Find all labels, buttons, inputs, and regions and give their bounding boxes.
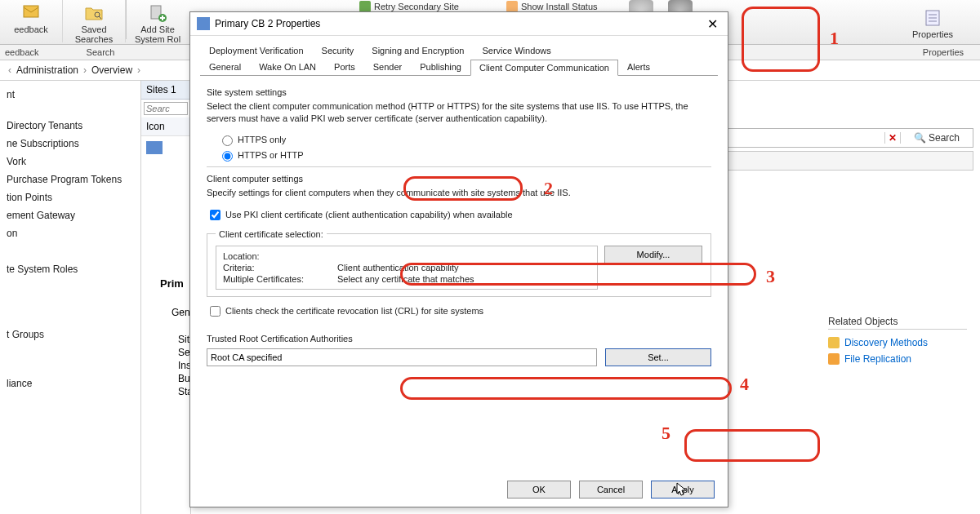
tab-alerts[interactable]: Alerts xyxy=(618,59,659,75)
properties-dialog: Primary CB 2 Properties ✕ Deployment Ver… xyxy=(189,11,728,507)
dialog-body: Site system settings Select the client c… xyxy=(190,76,728,374)
feedback-icon xyxy=(21,3,41,23)
tab-wol[interactable]: Wake On LAN xyxy=(250,59,325,75)
mouse-cursor xyxy=(676,482,688,497)
tab-signing[interactable]: Signing and Encryption xyxy=(363,42,473,59)
icon-column-header[interactable]: Icon xyxy=(141,117,190,136)
nav-item[interactable]: t Groups xyxy=(0,326,140,343)
cert-location-label: Location: xyxy=(223,251,337,261)
add-site-role-button[interactable]: Add Site System Rol xyxy=(127,0,189,42)
rootca-field[interactable] xyxy=(207,348,597,366)
radio-https-or-http-input[interactable] xyxy=(222,151,233,162)
nav-item[interactable]: ne Subscriptions xyxy=(0,135,140,153)
cert-criteria-value: Client authentication capability xyxy=(337,263,590,273)
ok-button[interactable]: OK xyxy=(507,481,571,498)
sites-panel: Sites 1 Icon xyxy=(141,81,191,514)
search-button[interactable]: 🔍 Search xyxy=(901,132,973,144)
close-icon[interactable]: ✕ xyxy=(704,16,721,32)
sites-search[interactable] xyxy=(141,100,190,117)
search-group: Search xyxy=(54,47,130,57)
modify-button[interactable]: Modify... xyxy=(604,246,702,264)
feedback-group: eedback xyxy=(0,47,54,57)
saved-searches-button[interactable]: Saved Searches xyxy=(63,0,126,42)
tab-deployment[interactable]: Deployment Verification xyxy=(200,42,313,59)
dialog-icon xyxy=(197,17,210,30)
site-system-settings-title: Site system settings xyxy=(207,87,711,97)
saved-label: Saved Searches xyxy=(75,24,113,44)
tab-sender[interactable]: Sender xyxy=(364,59,411,75)
cert-multi-label: Multiple Certificates: xyxy=(223,274,337,284)
related-discovery[interactable]: Discovery Methods xyxy=(828,335,967,351)
related-title: Related Objects xyxy=(828,316,967,330)
tab-client-comm[interactable]: Client Computer Communication xyxy=(470,60,618,76)
tab-service-windows[interactable]: Service Windows xyxy=(473,42,559,59)
dialog-tabs[interactable]: Deployment Verification Security Signing… xyxy=(190,36,728,75)
feedback-button[interactable]: eedback xyxy=(0,0,63,42)
detail-general: Gen xyxy=(172,307,190,318)
nav-item[interactable]: ement Gateway xyxy=(0,206,140,224)
nav-item[interactable]: liance xyxy=(0,374,140,392)
sites-search-input[interactable] xyxy=(144,102,188,115)
chk-use-pki[interactable]: Use PKI client certificate (client authe… xyxy=(207,207,711,223)
nav-item[interactable]: on xyxy=(0,224,140,242)
client-cert-selection: Client certificate selection: Modify... … xyxy=(207,229,711,297)
dialog-title: Primary CB 2 Properties xyxy=(215,18,320,29)
left-nav[interactable]: nt Directory Tenants ne Subscriptions Vo… xyxy=(0,81,141,514)
site-icon[interactable] xyxy=(146,141,163,154)
chk-crl-input[interactable] xyxy=(210,306,220,317)
feedback-label: eedback xyxy=(14,24,48,34)
breadcrumb-admin[interactable]: Administration xyxy=(16,64,78,76)
client-settings-title: Client computer settings xyxy=(207,174,711,184)
tab-security[interactable]: Security xyxy=(313,42,363,59)
dialog-titlebar[interactable]: Primary CB 2 Properties ✕ xyxy=(190,12,728,36)
radio-https-only[interactable]: HTTPS only xyxy=(218,133,711,146)
cert-criteria-label: Criteria: xyxy=(223,263,337,273)
cert-legend: Client certificate selection: xyxy=(216,229,327,239)
cert-details: Location: Criteria:Client authentication… xyxy=(216,246,598,290)
related-replication[interactable]: File Replication xyxy=(828,351,967,367)
cert-location-value xyxy=(337,251,590,261)
nav-item[interactable]: tion Points xyxy=(0,188,140,206)
chk-use-pki-input[interactable] xyxy=(210,210,220,220)
nav-item[interactable]: Purchase Program Tokens xyxy=(0,171,140,188)
radio-https-only-input[interactable] xyxy=(222,135,233,146)
nav-item[interactable]: nt xyxy=(0,86,140,104)
tab-general[interactable]: General xyxy=(200,59,250,75)
nav-item[interactable]: te System Roles xyxy=(0,260,140,278)
tab-ports[interactable]: Ports xyxy=(325,59,364,75)
folder-search-icon xyxy=(84,3,104,23)
addsite-label: Add Site System Rol xyxy=(135,24,180,44)
trusted-root-title: Trusted Root Certification Authorities xyxy=(207,334,711,343)
properties-button[interactable]: Properties xyxy=(893,5,972,47)
site-system-desc: Select the client computer communication… xyxy=(207,100,711,125)
related-objects: Related Objects Discovery Methods File R… xyxy=(828,316,967,367)
cancel-button[interactable]: Cancel xyxy=(579,481,643,498)
radio-https-or-http[interactable]: HTTPS or HTTP xyxy=(218,148,711,162)
chk-crl[interactable]: Clients check the certificate revocation… xyxy=(207,304,711,319)
tab-publishing[interactable]: Publishing xyxy=(411,59,470,75)
properties-label: Properties xyxy=(912,29,953,39)
set-button[interactable]: Set... xyxy=(605,348,711,366)
cert-multi-value: Select any certificate that matches xyxy=(337,274,590,284)
properties-group: Properties xyxy=(918,47,980,57)
sites-header: Sites 1 xyxy=(141,81,190,100)
nav-item[interactable]: Vork xyxy=(0,153,140,171)
client-settings-desc: Specify settings for client computers wh… xyxy=(207,187,711,199)
svg-rect-0 xyxy=(24,6,38,17)
nav-item[interactable]: Directory Tenants xyxy=(0,117,140,135)
properties-icon xyxy=(923,8,942,28)
detail-title: Prim xyxy=(160,277,184,290)
clear-search-icon[interactable]: ✕ xyxy=(884,132,901,144)
breadcrumb-overview[interactable]: Overview xyxy=(91,64,132,76)
server-add-icon xyxy=(148,3,167,23)
